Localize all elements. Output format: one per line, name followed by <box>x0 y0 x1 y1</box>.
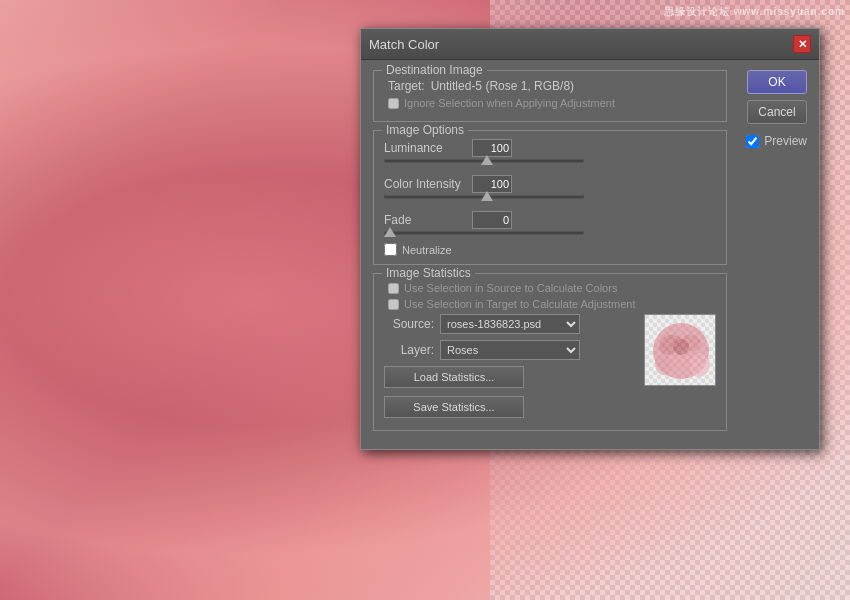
ignore-selection-label: Ignore Selection when Applying Adjustmen… <box>404 97 615 109</box>
svg-point-5 <box>656 331 685 358</box>
dialog-main: Destination Image Target: Untitled-5 (Ro… <box>373 70 727 439</box>
source-select[interactable]: roses-1836823.psd <box>440 314 580 334</box>
luminance-label: Luminance <box>384 141 464 155</box>
use-selection-source-row: Use Selection in Source to Calculate Col… <box>384 282 716 294</box>
watermark: 思缘设计论坛 www.missyuan.com <box>664 5 845 19</box>
svg-point-9 <box>688 351 712 378</box>
source-label-text: Source: <box>384 317 434 331</box>
image-options-label: Image Options <box>382 123 468 137</box>
preview-checkbox[interactable] <box>746 135 759 148</box>
save-statistics-button[interactable]: Save Statistics... <box>384 396 524 418</box>
layer-label-text: Layer: <box>384 343 434 357</box>
use-selection-source-label: Use Selection in Source to Calculate Col… <box>404 282 617 294</box>
color-intensity-thumb[interactable] <box>481 191 493 201</box>
luminance-thumb[interactable] <box>481 155 493 165</box>
fade-label: Fade <box>384 213 464 227</box>
load-statistics-button[interactable]: Load Statistics... <box>384 366 524 388</box>
luminance-row: Luminance <box>384 139 716 157</box>
stats-bottom: Source: roses-1836823.psd Layer: Roses <box>384 314 716 422</box>
target-row: Target: Untitled-5 (Rose 1, RGB/8) <box>384 79 716 93</box>
svg-point-4 <box>653 323 709 379</box>
svg-rect-3 <box>645 315 716 386</box>
preview-row: Preview <box>746 134 807 148</box>
neutralize-checkbox[interactable] <box>384 243 397 256</box>
layer-select[interactable]: Roses <box>440 340 580 360</box>
color-intensity-row: Color Intensity <box>384 175 716 193</box>
dialog-buttons: OK Cancel Preview <box>737 70 807 439</box>
use-selection-target-label: Use Selection in Target to Calculate Adj… <box>404 298 636 310</box>
use-selection-target-row: Use Selection in Target to Calculate Adj… <box>384 298 716 310</box>
svg-point-10 <box>653 354 672 376</box>
fade-row: Fade <box>384 211 716 229</box>
image-statistics-group: Image Statistics Use Selection in Source… <box>373 273 727 431</box>
preview-label: Preview <box>764 134 807 148</box>
load-save-container: Load Statistics... Save Statistics... <box>384 366 636 422</box>
ok-button[interactable]: OK <box>747 70 807 94</box>
match-color-dialog: Match Color ✕ Destination Image Target: … <box>360 28 820 450</box>
ignore-selection-checkbox[interactable] <box>388 98 399 109</box>
neutralize-row: Neutralize <box>384 243 716 256</box>
destination-image-group: Destination Image Target: Untitled-5 (Ro… <box>373 70 727 122</box>
target-value: Untitled-5 (Rose 1, RGB/8) <box>431 79 574 93</box>
neutralize-label: Neutralize <box>402 244 452 256</box>
dialog-title: Match Color <box>369 37 439 52</box>
use-selection-source-checkbox[interactable] <box>388 283 399 294</box>
cancel-button[interactable]: Cancel <box>747 100 807 124</box>
source-thumbnail <box>644 314 716 386</box>
svg-point-8 <box>673 339 689 355</box>
svg-point-7 <box>667 351 695 367</box>
svg-point-6 <box>679 333 702 354</box>
fade-thumb[interactable] <box>384 227 396 237</box>
dialog-body: Destination Image Target: Untitled-5 (Ro… <box>361 60 819 449</box>
image-options-group: Image Options Luminance Color Intensity <box>373 130 727 265</box>
stats-left: Source: roses-1836823.psd Layer: Roses <box>384 314 636 422</box>
fade-input[interactable] <box>472 211 512 229</box>
destination-image-label: Destination Image <box>382 63 487 77</box>
ignore-selection-row: Ignore Selection when Applying Adjustmen… <box>384 97 716 109</box>
image-statistics-label: Image Statistics <box>382 266 475 280</box>
color-intensity-label: Color Intensity <box>384 177 464 191</box>
dialog-titlebar: Match Color ✕ <box>361 29 819 60</box>
source-row: Source: roses-1836823.psd <box>384 314 636 334</box>
use-selection-target-checkbox[interactable] <box>388 299 399 310</box>
layer-row: Layer: Roses <box>384 340 636 360</box>
target-label: Target: <box>388 79 425 93</box>
close-button[interactable]: ✕ <box>793 35 811 53</box>
